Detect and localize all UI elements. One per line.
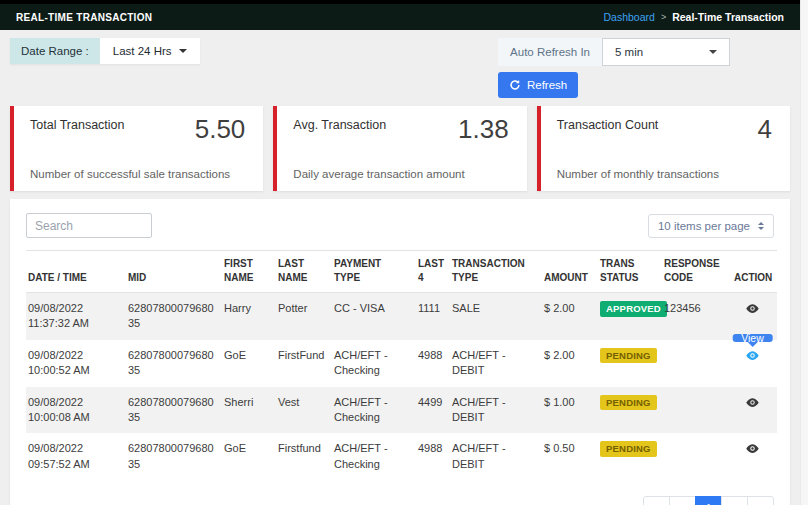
pagination-first-button[interactable]: ««: [643, 496, 670, 505]
scrollbar[interactable]: [800, 0, 808, 505]
cell-last-name: FirstFund: [276, 340, 332, 387]
cell-amount: $ 2.00: [542, 293, 598, 340]
cell-transaction-type: ACH/EFT - DEBIT: [450, 387, 542, 434]
breadcrumb-current: Real-Time Transaction: [672, 11, 784, 23]
toolbar: Date Range : Last 24 Hrs Auto Refresh In…: [0, 30, 800, 92]
cell-payment-type: ACH/EFT - Checking: [332, 433, 416, 480]
pagination: «« « 1 » »»: [26, 496, 774, 505]
table-controls: 10 items per page: [26, 213, 774, 238]
pagination-last-button[interactable]: »»: [747, 496, 774, 505]
table-row: 09/08/2022 09:57:52 AM 6280780007968035 …: [26, 433, 777, 480]
select-arrows-icon: [758, 222, 764, 230]
cell-payment-type: ACH/EFT - Checking: [332, 387, 416, 434]
chevron-down-icon: [709, 50, 717, 54]
cell-trans-status: PENDING: [598, 433, 662, 480]
transactions-panel: 10 items per page DATE / TIME MID FIRST …: [10, 199, 790, 505]
cell-last-name: Firstfund: [276, 433, 332, 480]
pagination-next-button[interactable]: »: [721, 496, 748, 505]
cell-transaction-type: ACH/EFT - DEBIT: [450, 433, 542, 480]
cell-date-time: 09/08/2022 10:00:52 AM: [26, 340, 126, 387]
cell-first-name: GoE: [222, 433, 276, 480]
cell-mid: 6280780007968035: [126, 433, 222, 480]
cell-transaction-type: SALE: [450, 293, 542, 340]
view-button[interactable]: [745, 395, 760, 410]
top-bar: REAL-TIME TRANSACTION Dashboard > Real-T…: [0, 0, 800, 30]
cell-payment-type: ACH/EFT - Checking: [332, 340, 416, 387]
stat-value: 4: [758, 114, 772, 145]
col-header-transaction-type: TRANSACTION TYPE: [450, 251, 542, 293]
cell-trans-status: PENDING: [598, 387, 662, 434]
transactions-table: DATE / TIME MID FIRST NAME LAST NAME PAY…: [26, 250, 777, 480]
breadcrumb: Dashboard > Real-Time Transaction: [604, 11, 785, 23]
status-badge: APPROVED: [600, 301, 667, 317]
col-header-action: ACTION: [732, 251, 777, 293]
cell-response-code: [662, 433, 732, 480]
stat-subtitle: Number of monthly transactions: [557, 168, 719, 180]
cell-first-name: GoE: [222, 340, 276, 387]
view-button[interactable]: View: [745, 348, 760, 363]
date-range-value[interactable]: Last 24 Hrs: [100, 38, 200, 64]
date-range-dropdown[interactable]: Date Range : Last 24 Hrs: [10, 38, 200, 64]
date-range-label: Date Range :: [10, 38, 100, 64]
table-header-row: DATE / TIME MID FIRST NAME LAST NAME PAY…: [26, 251, 777, 293]
cell-action: [732, 433, 777, 480]
cell-amount: $ 2.00: [542, 340, 598, 387]
cell-last-name: Vest: [276, 387, 332, 434]
table-row: 09/08/2022 10:00:08 AM 6280780007968035 …: [26, 387, 777, 434]
refresh-button[interactable]: Refresh: [498, 72, 578, 98]
auto-refresh-label: Auto Refresh In: [498, 38, 602, 66]
view-tooltip: View: [732, 334, 773, 342]
cell-transaction-type: ACH/EFT - DEBIT: [450, 340, 542, 387]
pagination-page-1-button[interactable]: 1: [695, 496, 722, 505]
table-row: 09/08/2022 10:00:52 AM 6280780007968035 …: [26, 340, 777, 387]
search-input[interactable]: [26, 213, 152, 238]
cell-amount: $ 1.00: [542, 387, 598, 434]
cell-response-code: [662, 387, 732, 434]
cell-amount: $ 0.50: [542, 433, 598, 480]
cell-last-4: 4988: [416, 433, 450, 480]
cell-response-code: [662, 340, 732, 387]
auto-refresh-interval-select[interactable]: 5 min: [602, 38, 730, 66]
col-header-mid: MID: [126, 251, 222, 293]
status-badge: PENDING: [600, 395, 657, 411]
cell-mid: 6280780007968035: [126, 387, 222, 434]
cell-last-4: 4988: [416, 340, 450, 387]
page-size-select[interactable]: 10 items per page: [648, 214, 774, 238]
col-header-last-name: LAST NAME: [276, 251, 332, 293]
refresh-controls: Auto Refresh In 5 min Refresh: [498, 38, 730, 98]
stat-cards: Total Transaction 5.50 Number of success…: [10, 106, 790, 191]
col-header-last-4: LAST 4: [416, 251, 450, 293]
stat-title: Transaction Count: [557, 118, 774, 132]
cell-trans-status: PENDING: [598, 340, 662, 387]
cell-trans-status: APPROVED: [598, 293, 662, 340]
cell-last-name: Potter: [276, 293, 332, 340]
cell-first-name: Sherri: [222, 387, 276, 434]
stat-value: 5.50: [195, 114, 246, 145]
cell-payment-type: CC - VISA: [332, 293, 416, 340]
stat-card-avg-transaction: Avg. Transaction 1.38 Daily average tran…: [273, 106, 526, 191]
col-header-date-time: DATE / TIME: [26, 251, 126, 293]
col-header-amount: AMOUNT: [542, 251, 598, 293]
cell-mid: 6280780007968035: [126, 293, 222, 340]
eye-icon: [745, 395, 760, 410]
eye-icon: [745, 441, 760, 456]
stat-subtitle: Daily average transaction amount: [293, 168, 464, 180]
cell-date-time: 09/08/2022 10:00:08 AM: [26, 387, 126, 434]
page: REAL-TIME TRANSACTION Dashboard > Real-T…: [0, 0, 800, 505]
cell-action: [732, 387, 777, 434]
stat-card-transaction-count: Transaction Count 4 Number of monthly tr…: [537, 106, 790, 191]
chevron-down-icon: [179, 49, 187, 53]
table-row: 09/08/2022 11:37:32 AM 6280780007968035 …: [26, 293, 777, 340]
breadcrumb-dashboard-link[interactable]: Dashboard: [604, 11, 655, 23]
stat-value: 1.38: [458, 114, 509, 145]
stat-card-total-transaction: Total Transaction 5.50 Number of success…: [10, 106, 263, 191]
cell-action: View: [732, 340, 777, 387]
status-badge: PENDING: [600, 441, 657, 457]
page-title: REAL-TIME TRANSACTION: [16, 12, 152, 23]
view-button[interactable]: [745, 441, 760, 456]
pagination-prev-button[interactable]: «: [669, 496, 696, 505]
col-header-response-code: RESPONSE CODE: [662, 251, 732, 293]
view-button[interactable]: [745, 301, 760, 316]
col-header-trans-status: TRANS STATUS: [598, 251, 662, 293]
col-header-first-name: FIRST NAME: [222, 251, 276, 293]
